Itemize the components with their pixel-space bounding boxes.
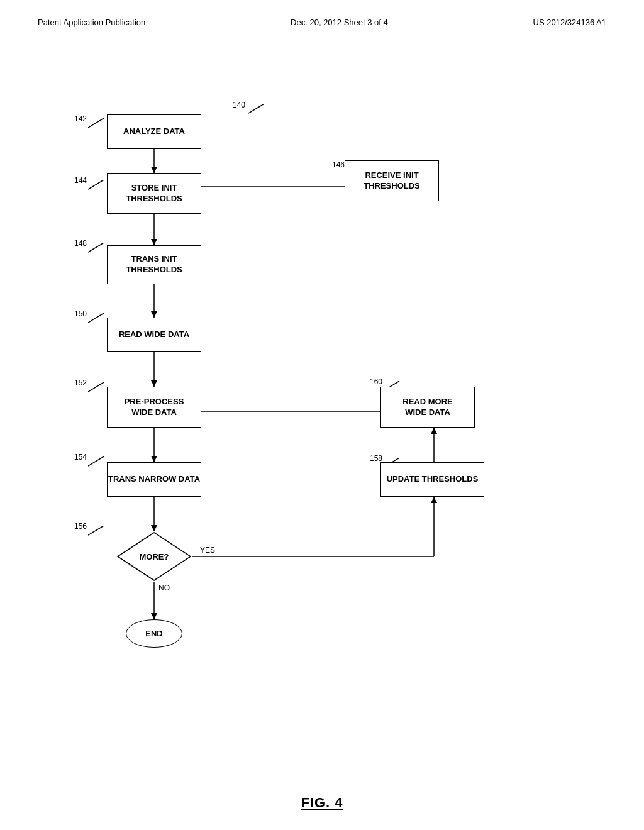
store-init-box: STORE INIT THRESHOLDS <box>107 173 201 214</box>
ref-144-label: 144 <box>74 176 87 185</box>
trans-narrow-box: TRANS NARROW DATA <box>107 462 201 497</box>
svg-marker-8 <box>151 311 157 318</box>
ref-148-label: 148 <box>74 239 87 248</box>
ref-152-arrow <box>88 382 107 395</box>
svg-line-30 <box>88 382 104 392</box>
svg-marker-21 <box>431 428 437 434</box>
ref-158-label: 158 <box>370 454 382 463</box>
ref-150-arrow <box>88 313 107 326</box>
svg-line-27 <box>88 180 104 189</box>
svg-line-28 <box>88 243 104 252</box>
ref-160-label: 160 <box>370 377 382 386</box>
svg-marker-14 <box>151 456 157 462</box>
svg-marker-6 <box>151 239 157 245</box>
ref-140-arrow <box>248 104 267 116</box>
header-middle: Dec. 20, 2012 Sheet 3 of 4 <box>291 18 388 27</box>
yes-label: YES <box>200 546 215 555</box>
svg-line-32 <box>88 456 104 466</box>
ref-146-label: 146 <box>332 160 345 169</box>
more-label: MORE? <box>116 531 192 582</box>
svg-line-29 <box>88 313 104 323</box>
svg-line-34 <box>88 526 104 535</box>
no-label: NO <box>158 584 170 592</box>
svg-marker-1 <box>151 167 157 173</box>
svg-line-25 <box>88 118 104 128</box>
svg-line-24 <box>248 104 264 113</box>
flowchart: 140 142 ANALYZE DATA 146 RECEIVE INIT TH… <box>31 63 610 786</box>
svg-marker-19 <box>431 497 437 503</box>
ref-140-label: 140 <box>233 101 245 109</box>
ref-148-arrow <box>88 243 107 255</box>
page: Patent Application Publication Dec. 20, … <box>0 0 644 830</box>
read-wide-box: READ WIDE DATA <box>107 318 201 352</box>
ref-154-arrow <box>88 456 107 469</box>
update-thresholds-box: UPDATE THRESHOLDS <box>380 462 484 497</box>
ref-142-label: 142 <box>74 114 87 123</box>
ref-154-label: 154 <box>74 453 87 462</box>
preprocess-box: PRE-PROCESS WIDE DATA <box>107 387 201 428</box>
read-more-box: READ MORE WIDE DATA <box>380 387 475 428</box>
ref-156-label: 156 <box>74 522 87 531</box>
svg-marker-10 <box>151 380 157 387</box>
ref-142-arrow <box>88 118 107 131</box>
more-diamond: MORE? <box>116 531 192 582</box>
ref-144-arrow <box>88 180 107 192</box>
header: Patent Application Publication Dec. 20, … <box>0 18 644 27</box>
ref-152-label: 152 <box>74 379 87 387</box>
analyze-data-box: ANALYZE DATA <box>107 114 201 149</box>
header-left: Patent Application Publication <box>38 18 145 27</box>
ref-156-arrow <box>88 526 107 538</box>
svg-marker-16 <box>151 525 157 531</box>
ref-150-label: 150 <box>74 309 87 318</box>
end-oval: END <box>126 619 182 648</box>
trans-init-box: TRANS INIT THRESHOLDS <box>107 245 201 284</box>
svg-marker-23 <box>151 613 157 619</box>
figure-caption: FIG. 4 <box>0 795 644 811</box>
header-right: US 2012/324136 A1 <box>533 18 606 27</box>
receive-init-box: RECEIVE INIT THRESHOLDS <box>345 160 439 201</box>
